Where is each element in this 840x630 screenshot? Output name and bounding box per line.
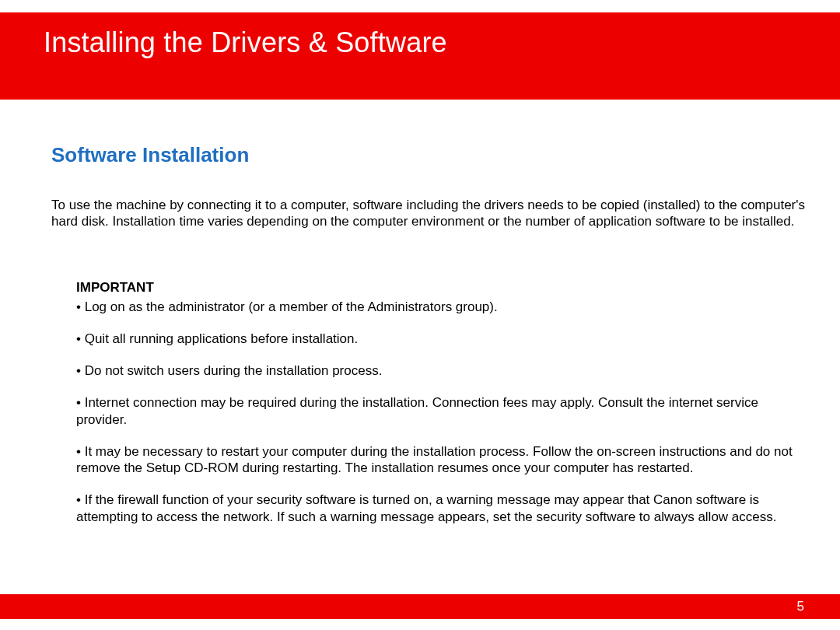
list-item: Internet connection may be required duri… bbox=[76, 394, 809, 428]
content-area: Software Installation To use the machine… bbox=[51, 143, 809, 541]
list-item: It may be necessary to restart your comp… bbox=[76, 443, 809, 477]
important-label: IMPORTANT bbox=[76, 280, 809, 296]
list-item: If the firewall function of your securit… bbox=[76, 492, 809, 525]
document-page: Installing the Drivers & Software Softwa… bbox=[0, 0, 840, 630]
page-number: 5 bbox=[797, 599, 840, 614]
page-title: Installing the Drivers & Software bbox=[0, 12, 447, 59]
section-title: Software Installation bbox=[51, 143, 809, 167]
list-item: Do not switch users during the installat… bbox=[76, 362, 809, 379]
important-block: IMPORTANT Log on as the administrator (o… bbox=[51, 280, 809, 525]
list-item: Quit all running applications before ins… bbox=[76, 331, 809, 347]
header-band: Installing the Drivers & Software bbox=[0, 12, 840, 100]
list-item: Log on as the administrator (or a member… bbox=[76, 299, 809, 315]
intro-paragraph: To use the machine by connecting it to a… bbox=[51, 197, 809, 230]
footer-band: 5 bbox=[0, 594, 840, 619]
bullet-list: Log on as the administrator (or a member… bbox=[76, 299, 809, 525]
